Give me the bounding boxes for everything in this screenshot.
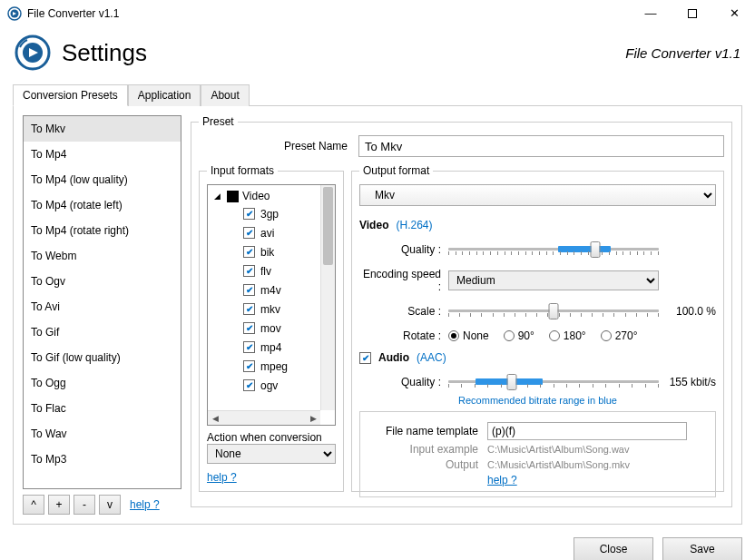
rotate-none-radio[interactable]: None [448,329,489,342]
checkbox-icon[interactable]: ✔ [243,341,255,353]
scroll-right-icon[interactable]: ▶ [308,413,319,424]
rotate-270-radio[interactable]: 270° [601,329,638,342]
input-formats-legend: Input formats [207,164,278,177]
radio-icon [601,330,612,341]
scale-slider[interactable] [448,300,659,322]
rotate-90-radio[interactable]: 90° [504,329,534,342]
filename-template-box: File name template Input example C:\Musi… [359,411,716,497]
format-item[interactable]: ✔avi [243,223,315,242]
tab-application[interactable]: Application [128,84,201,106]
preset-name-label: Preset Name [199,140,348,152]
input-formats-tree[interactable]: ◢Video ✔3gp ✔avi ✔bik ✔flv ✔m4v ✔mkv ✔mo… [207,184,336,426]
remove-preset-button[interactable]: - [74,495,95,515]
checkbox-icon[interactable]: ✔ [243,322,255,334]
audio-enable-checkbox[interactable]: ✔ [359,352,371,364]
format-item[interactable]: ✔3gp [243,204,315,223]
settings-page-icon [15,34,51,71]
encoding-speed-select[interactable]: Medium [448,270,659,290]
scroll-left-icon[interactable]: ◀ [210,413,221,424]
move-up-button[interactable]: ^ [23,495,44,515]
format-item[interactable]: ✔flv [243,261,315,280]
tree-scrollbar-vertical[interactable] [320,185,335,410]
close-window-button[interactable]: ✕ [713,0,755,27]
audio-quality-label: Quality : [359,376,441,388]
save-button[interactable]: Save [662,537,742,560]
checkbox-icon[interactable]: ✔ [243,246,255,258]
tree-scrollbar-horizontal[interactable]: ◀▶ [208,410,320,425]
preset-help-link[interactable]: help ? [130,498,160,511]
maximize-button[interactable] [672,0,713,27]
format-item[interactable]: ✔mpeg [243,357,315,376]
close-button[interactable]: Close [574,537,653,560]
filename-template-label: File name template [368,425,478,437]
input-example-value: C:\Music\Artist\Album\Song.wav [487,444,708,455]
audio-quality-slider[interactable] [448,371,659,393]
rotate-label: Rotate : [359,329,441,342]
preset-item[interactable]: To Gif (low quality) [24,345,181,370]
preset-item[interactable]: To Flac [24,396,181,421]
tab-about[interactable]: About [201,84,249,106]
page-title: Settings [62,39,625,67]
preset-item[interactable]: To Mp4 (rotate right) [24,218,181,243]
collapse-icon[interactable]: ◢ [214,192,223,201]
preset-item[interactable]: To Avi [24,294,181,319]
main-frame: To Mkv To Mp4 To Mp4 (low quality) To Mp… [13,105,742,525]
radio-icon [504,330,515,341]
video-quality-slider[interactable] [448,239,659,260]
input-example-label: Input example [368,443,478,456]
format-item[interactable]: ✔mkv [243,300,315,319]
preset-list[interactable]: To Mkv To Mp4 To Mp4 (low quality) To Mp… [23,115,181,489]
format-item[interactable]: ✔mp4 [243,338,315,357]
svg-rect-2 [689,9,697,17]
output-example-label: Output [368,458,478,471]
output-example-value: C:\Music\Artist\Album\Song.mkv [487,459,708,470]
preset-item[interactable]: To Ogv [24,269,181,294]
preset-item[interactable]: To Mp4 (low quality) [24,167,181,192]
input-formats-help-link[interactable]: help ? [207,471,237,484]
video-quality-label: Quality : [359,243,441,256]
preset-item[interactable]: To Gif [24,319,181,345]
preset-item[interactable]: To Mkv [24,116,181,142]
action-when-conversion-select[interactable]: None [207,444,336,464]
format-item[interactable]: ✔m4v [243,280,315,300]
output-format-select[interactable]: Mkv [359,184,716,206]
template-help-link[interactable]: help ? [487,474,517,486]
scale-value: 100.0 % [666,305,716,318]
checkbox-mixed-icon[interactable] [227,191,239,202]
checkbox-icon[interactable]: ✔ [243,360,255,372]
checkbox-icon[interactable]: ✔ [243,284,255,296]
bottom-bar: Close Save [0,532,755,560]
add-preset-button[interactable]: + [48,495,70,515]
encoding-speed-label: Encoding speed : [359,268,441,293]
rotate-180-radio[interactable]: 180° [549,329,586,342]
preset-item[interactable]: To Wav [24,421,181,447]
move-down-button[interactable]: v [99,495,121,515]
preset-name-input[interactable] [358,135,724,157]
header-version: File Converter v1.1 [625,45,740,61]
checkbox-icon[interactable]: ✔ [243,227,255,239]
preset-column: To Mkv To Mp4 To Mp4 (low quality) To Mp… [23,115,181,515]
radio-icon [448,330,459,341]
preset-item[interactable]: To Mp4 (rotate left) [24,192,181,218]
filename-template-input[interactable] [487,422,687,440]
tab-bar: Conversion Presets Application About [0,84,755,105]
minimize-button[interactable]: — [630,0,672,27]
format-item[interactable]: ✔ogv [243,376,315,395]
tab-conversion-presets[interactable]: Conversion Presets [13,84,128,106]
radio-icon [549,330,560,341]
checkbox-icon[interactable]: ✔ [243,208,255,220]
format-item[interactable]: ✔mov [243,319,315,338]
scale-label: Scale : [359,305,441,318]
preset-item[interactable]: To Ogg [24,370,181,396]
checkbox-icon[interactable]: ✔ [243,265,255,277]
preset-item[interactable]: To Mp3 [24,447,181,472]
preset-legend: Preset [199,115,238,128]
preset-item[interactable]: To Webm [24,243,181,269]
checkbox-icon[interactable]: ✔ [243,379,255,391]
format-item[interactable]: ✔bik [243,242,315,261]
checkbox-icon[interactable]: ✔ [243,303,255,315]
preset-item[interactable]: To Mp4 [24,142,181,167]
tree-node-video[interactable]: ◢Video [214,188,315,204]
audio-codec-label: (AAC) [417,351,446,364]
preset-editor: Preset Preset Name Input formats ◢Video … [191,115,732,515]
